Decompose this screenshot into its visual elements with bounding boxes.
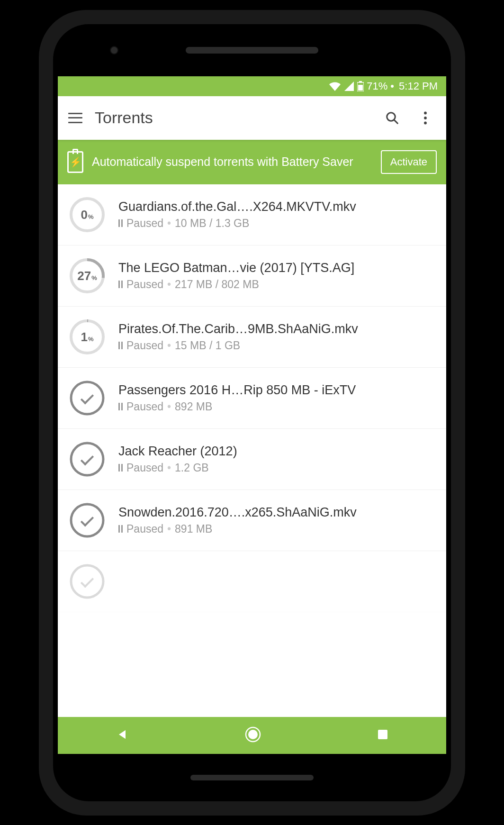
wifi-icon xyxy=(329,82,341,91)
torrent-status: Paused•15 MB / 1 GB xyxy=(118,339,436,352)
pause-icon xyxy=(118,219,123,227)
phone-bottom xyxy=(53,754,451,801)
status-time: 5:12 PM xyxy=(399,80,438,92)
torrent-item[interactable]: Snowden.2016.720….x265.ShAaNiG.mkv Pause… xyxy=(58,490,446,551)
torrent-info: Jack Reacher (2012) Paused•1.2 GB xyxy=(118,444,436,474)
svg-point-19 xyxy=(248,730,258,739)
svg-point-5 xyxy=(424,111,427,114)
progress-label: 1% xyxy=(81,329,93,344)
nav-home-button[interactable] xyxy=(245,726,261,744)
torrent-status: Paused•892 MB xyxy=(118,400,436,413)
screen: 71% • 5:12 PM Torrents Automatically sus… xyxy=(58,76,446,754)
torrent-title: Snowden.2016.720….x265.ShAaNiG.mkv xyxy=(118,505,436,520)
battery-saver-banner: Automatically suspend torrents with Batt… xyxy=(58,140,446,184)
torrent-title: Guardians.of.the.Gal….X264.MKVTV.mkv xyxy=(118,199,436,214)
progress-ring xyxy=(68,501,106,539)
page-title: Torrents xyxy=(95,109,369,127)
overflow-menu-button[interactable] xyxy=(415,108,436,128)
pause-icon xyxy=(118,403,123,410)
torrent-title: Passengers 2016 H…Rip 850 MB - iExTV xyxy=(118,383,436,398)
nav-bar xyxy=(58,717,446,754)
torrent-title: Jack Reacher (2012) xyxy=(118,444,436,459)
torrent-info: The LEGO Batman…vie (2017) [YTS.AG] Paus… xyxy=(118,261,436,291)
torrent-item[interactable]: Jack Reacher (2012) Paused•1.2 GB xyxy=(58,429,446,490)
torrent-item[interactable]: Passengers 2016 H…Rip 850 MB - iExTV Pau… xyxy=(58,368,446,429)
nav-back-button[interactable] xyxy=(116,728,129,743)
nav-recent-button[interactable] xyxy=(377,729,388,742)
battery-saver-icon xyxy=(67,151,83,173)
battery-percent: 71% xyxy=(367,80,387,92)
status-bar: 71% • 5:12 PM xyxy=(58,76,446,96)
torrent-item[interactable]: 1% Pirates.Of.The.Carib…9MB.ShAaNiG.mkv … xyxy=(58,307,446,368)
search-icon xyxy=(385,111,399,125)
torrent-status: Paused•1.2 GB xyxy=(118,462,436,474)
torrent-title: The LEGO Batman…vie (2017) [YTS.AG] xyxy=(118,261,436,275)
torrent-status: Paused•891 MB xyxy=(118,523,436,535)
banner-text: Automatically suspend torrents with Batt… xyxy=(92,154,372,169)
pause-icon xyxy=(118,464,123,471)
torrent-item[interactable] xyxy=(58,551,446,612)
recent-square-icon xyxy=(377,729,388,740)
progress-ring xyxy=(68,562,106,600)
battery-icon xyxy=(357,81,364,91)
torrent-status: Paused•10 MB / 1.3 GB xyxy=(118,217,436,230)
menu-icon[interactable] xyxy=(68,113,82,123)
torrent-item[interactable]: 27% The LEGO Batman…vie (2017) [YTS.AG] … xyxy=(58,245,446,307)
svg-rect-20 xyxy=(378,730,387,739)
torrent-info: Pirates.Of.The.Carib…9MB.ShAaNiG.mkv Pau… xyxy=(118,322,436,352)
back-triangle-icon xyxy=(116,728,129,741)
cell-signal-icon xyxy=(344,82,354,91)
phone-top xyxy=(53,24,451,76)
torrent-info: Snowden.2016.720….x265.ShAaNiG.mkv Pause… xyxy=(118,505,436,535)
activate-button[interactable]: Activate xyxy=(381,150,437,174)
svg-line-4 xyxy=(394,119,398,123)
progress-ring: 27% xyxy=(68,257,106,295)
status-separator: • xyxy=(390,80,394,92)
torrent-status: Paused•217 MB / 802 MB xyxy=(118,278,436,291)
torrent-title: Pirates.Of.The.Carib…9MB.ShAaNiG.mkv xyxy=(118,322,436,336)
camera-dot xyxy=(110,46,118,54)
pause-icon xyxy=(118,525,123,533)
search-button[interactable] xyxy=(382,108,403,128)
earpiece-speaker xyxy=(186,47,318,54)
home-circle-icon xyxy=(245,726,261,743)
progress-ring xyxy=(68,379,106,417)
svg-point-7 xyxy=(424,121,427,124)
torrent-info: Guardians.of.the.Gal….X264.MKVTV.mkv Pau… xyxy=(118,199,436,230)
progress-ring: 1% xyxy=(68,318,106,356)
progress-ring: 0% xyxy=(68,196,106,234)
phone-inner: 71% • 5:12 PM Torrents Automatically sus… xyxy=(53,24,451,801)
bottom-speaker xyxy=(190,775,314,780)
torrent-list[interactable]: 0% Guardians.of.the.Gal….X264.MKVTV.mkv … xyxy=(58,184,446,717)
progress-ring xyxy=(68,440,106,478)
torrent-item[interactable]: 0% Guardians.of.the.Gal….X264.MKVTV.mkv … xyxy=(58,184,446,245)
pause-icon xyxy=(118,281,123,288)
more-vert-icon xyxy=(423,111,427,125)
torrent-info: Passengers 2016 H…Rip 850 MB - iExTV Pau… xyxy=(118,383,436,413)
phone-frame: 71% • 5:12 PM Torrents Automatically sus… xyxy=(39,10,465,816)
progress-label: 27% xyxy=(77,268,97,283)
svg-point-6 xyxy=(424,117,427,119)
app-bar: Torrents xyxy=(58,96,446,140)
svg-rect-2 xyxy=(358,85,363,91)
progress-label: 0% xyxy=(81,207,93,222)
pause-icon xyxy=(118,342,123,349)
